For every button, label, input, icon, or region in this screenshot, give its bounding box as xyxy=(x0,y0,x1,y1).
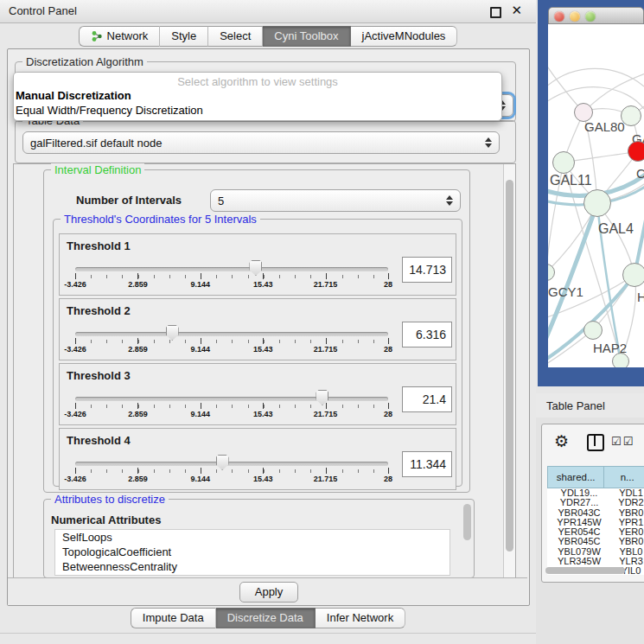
table-cell: YER054C xyxy=(547,527,611,537)
number-of-intervals-combobox[interactable]: 5 xyxy=(210,189,461,212)
minimize-traffic-light-icon[interactable] xyxy=(570,11,580,22)
settings-scrollbar-thumb[interactable] xyxy=(506,180,513,552)
threshold-2-slider-track[interactable] xyxy=(75,332,388,336)
table-row[interactable]: YPR145W YPR1 xyxy=(547,518,644,527)
table-row[interactable]: YBR043C YBR0 xyxy=(547,508,644,518)
table-row[interactable]: YDL19... YDL1 xyxy=(547,488,644,498)
column-header-name[interactable]: n... xyxy=(604,466,644,488)
slider-tick-label: 9.144 xyxy=(191,345,211,354)
network-node-label: GAL4 xyxy=(598,221,634,237)
slider-tick-label: 2.859 xyxy=(128,410,148,418)
tab-discretize-data[interactable]: Discretize Data xyxy=(216,608,316,628)
tab-impute-data-label: Impute Data xyxy=(143,609,204,628)
threshold-1-slider-track[interactable] xyxy=(75,267,388,271)
table-cell: YBR0 xyxy=(611,508,644,518)
tab-select[interactable]: Select xyxy=(208,26,263,47)
zoom-traffic-light-icon[interactable] xyxy=(585,11,596,22)
network-node-label: C xyxy=(636,166,644,181)
slider-major-ticks xyxy=(75,338,388,345)
column-header-shared-name[interactable]: shared... xyxy=(547,466,604,488)
slider-major-tick xyxy=(388,273,389,279)
tab-infer-network[interactable]: Infer Network xyxy=(316,608,405,628)
tab-select-label: Select xyxy=(220,27,251,46)
slider-tick-label: 15.43 xyxy=(253,410,273,418)
cyni-toolbox-panel: Discretization Algorithm Select algorith… xyxy=(7,48,530,606)
attribute-list-item[interactable]: BetweennessCentrality xyxy=(55,559,450,574)
network-icon xyxy=(91,30,103,42)
apply-button[interactable]: Apply xyxy=(239,582,298,603)
attributes-list-scrollbar[interactable] xyxy=(463,504,471,540)
close-traffic-light-icon[interactable] xyxy=(554,11,564,22)
threshold-3-value-field[interactable]: 21.4 xyxy=(402,386,452,412)
threshold-4-row: Threshold 4 -3.4262.8599.14415.4321.7152… xyxy=(59,428,456,490)
node-table: shared... n... YDL19... YDL1 YDR27... YD… xyxy=(547,466,644,575)
network-node[interactable] xyxy=(621,105,641,126)
gear-icon[interactable]: ⚙ xyxy=(554,431,569,450)
slider-tick-label: 9.144 xyxy=(191,280,211,289)
slider-major-tick xyxy=(263,403,264,409)
slider-tick-labels: -3.4262.8599.14415.4321.71528 xyxy=(75,410,388,420)
table-panel-titlebar: Table Panel xyxy=(536,393,644,418)
right-column: GAL80GACGAL11GAL4GCY1HHAP2 Table Panel ⚙… xyxy=(536,0,644,644)
network-window-titlebar xyxy=(548,7,644,24)
network-node[interactable] xyxy=(583,321,603,340)
tab-impute-data[interactable]: Impute Data xyxy=(131,608,216,628)
slider-tick-label: 2.859 xyxy=(128,345,148,354)
table-row[interactable]: YBR045C YBR0 xyxy=(547,537,644,546)
slider-major-tick xyxy=(137,273,138,279)
tab-style[interactable]: Style xyxy=(160,26,208,47)
table-cell: YLR3 xyxy=(611,557,644,566)
threshold-3-row: Threshold 3 -3.4262.8599.14415.4321.7152… xyxy=(59,363,456,425)
slider-tick-labels: -3.4262.8599.14415.4321.71528 xyxy=(75,280,388,290)
numerical-attributes-heading: Numerical Attributes xyxy=(51,513,161,526)
slider-major-tick xyxy=(326,403,327,409)
close-icon[interactable]: ✕ xyxy=(511,3,522,18)
table-row[interactable]: YBL079W YBL0 xyxy=(547,547,644,557)
attribute-list-item[interactable]: SelfLoops xyxy=(55,530,450,545)
table-cell: YBL079W xyxy=(547,547,611,557)
settings-scrollbar-track[interactable] xyxy=(503,164,515,577)
slider-major-tick xyxy=(137,468,138,474)
table-row[interactable]: YLR345W YLR3 xyxy=(547,557,644,566)
attribute-list-item[interactable]: TopologicalCoefficient xyxy=(55,545,450,559)
slider-tick-label: 9.144 xyxy=(191,410,211,418)
attributes-groupbox: Attributes to discretize Numerical Attri… xyxy=(43,499,475,578)
float-window-icon[interactable] xyxy=(490,7,501,18)
network-canvas[interactable]: GAL80GACGAL11GAL4GCY1HHAP2 xyxy=(548,24,644,367)
threshold-4-label: Threshold 4 xyxy=(67,434,131,447)
tab-cyni-toolbox[interactable]: Cyni Toolbox xyxy=(263,26,350,47)
table-panel-title: Table Panel xyxy=(546,399,605,412)
network-node[interactable] xyxy=(612,353,629,367)
threshold-4-slider-track[interactable] xyxy=(75,462,388,466)
network-node[interactable] xyxy=(552,151,575,174)
table-data-combobox[interactable]: galFiltered.sif default node xyxy=(22,131,500,154)
table-horizontal-scrollbar[interactable] xyxy=(545,567,625,574)
slider-tick-label: 21.715 xyxy=(314,280,338,289)
network-node[interactable] xyxy=(628,141,644,162)
popup-option-manual-discretization[interactable]: Manual Discretization xyxy=(14,88,501,103)
top-tab-bar: Network Style Select Cyni Toolbox jActiv… xyxy=(0,26,536,47)
slider-tick-label: -3.426 xyxy=(64,345,86,354)
threshold-3-slider-track[interactable] xyxy=(75,397,388,401)
tab-jactivemnodules[interactable]: jActiveMNodules xyxy=(351,26,458,47)
combo-arrows-icon xyxy=(446,195,453,206)
interval-definition-groupbox: Interval Definition Number of Intervals … xyxy=(43,169,470,493)
table-cell: YDR27... xyxy=(547,498,611,507)
threshold-1-value-field[interactable]: 14.713 xyxy=(402,257,452,283)
window-bottom-edge xyxy=(0,633,536,634)
table-row[interactable]: YER054C YER0 xyxy=(547,527,644,537)
tab-network[interactable]: Network xyxy=(79,26,161,47)
checkboxes-icon[interactable]: ☑☑ xyxy=(611,435,634,448)
interval-definition-label: Interval Definition xyxy=(51,163,144,176)
columns-icon[interactable] xyxy=(587,434,604,451)
settings-scroll-pane: Interval Definition Number of Intervals … xyxy=(13,163,516,578)
threshold-2-value-field[interactable]: 6.316 xyxy=(402,322,452,348)
slider-tick-label: 28 xyxy=(384,345,392,354)
threshold-4-value-field[interactable]: 11.344 xyxy=(402,451,452,477)
number-of-intervals-label: Number of Intervals xyxy=(76,194,182,207)
table-row[interactable]: YDR27... YDR2 xyxy=(547,498,644,507)
popup-option-equal-width-frequency[interactable]: Equal Width/Frequency Discretization xyxy=(14,103,501,118)
table-cell: YPR1 xyxy=(611,518,644,527)
network-node[interactable] xyxy=(583,189,611,217)
network-node[interactable] xyxy=(622,263,644,287)
